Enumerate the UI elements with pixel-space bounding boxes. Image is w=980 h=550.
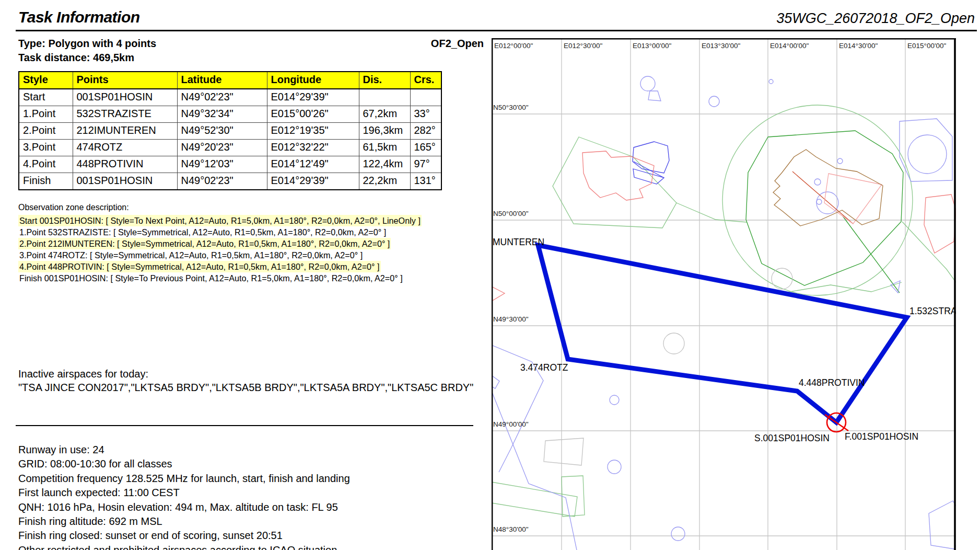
waypoint-table-header: Style Points Latitude Longitude Dis. Crs…	[19, 72, 441, 89]
document-id: 35WGC_26072018_OF2_Open	[776, 10, 975, 27]
col-points: Points	[73, 72, 177, 89]
svg-text:N48°30'00": N48°30'00"	[493, 525, 529, 533]
svg-text:E013°30'00": E013°30'00"	[702, 42, 741, 50]
header-rule	[16, 30, 977, 31]
briefing-line-runway: Runway in use: 24	[18, 443, 350, 457]
briefing-notes: Runway in use: 24 GRID: 08:00-10:30 for …	[18, 443, 350, 550]
table-row: 4.Point448PROTIVINN49°12'03"E014°12'49"1…	[19, 156, 441, 173]
svg-text:4.448PROTIVIN: 4.448PROTIVIN	[799, 377, 865, 388]
svg-text:E015°00'00": E015°00'00"	[907, 42, 947, 50]
table-row: 1.Point532STRAZISTEN49°32'34"E015°00'26"…	[19, 106, 441, 123]
observation-zone-line: 1.Point 532STRAZISTE: [ Style=Symmetrica…	[18, 226, 422, 238]
inactive-airspaces-heading: Inactive airspaces for today:	[18, 367, 491, 381]
table-row: Start001SP01HOSINN49°02'23"E014°29'39"	[19, 89, 441, 106]
briefing-line-qnh: QNH: 1016 hPa, Hosin elevation: 494 m, M…	[18, 500, 350, 514]
task-type-label: Type: Polygon with 4 points	[18, 38, 156, 49]
waypoint-table: Style Points Latitude Longitude Dis. Crs…	[18, 71, 442, 190]
briefing-line-finish-ring-closed: Finish ring closed: sunset or end of sco…	[18, 529, 350, 543]
observation-zone-heading: Observation zone description:	[18, 203, 129, 212]
observation-zone-line: Start 001SP01HOSIN: [ Style=To Next Poin…	[18, 215, 422, 226]
svg-text:N49°00'00": N49°00'00"	[493, 420, 529, 428]
briefing-line-other-airspaces: Other restricted and prohibited airspace…	[18, 543, 350, 550]
col-course: Crs.	[410, 72, 441, 89]
task-map-svg: E012°00'00"E012°30'00"E013°00'00"E013°30…	[492, 38, 956, 550]
briefing-line-frequency: Competition frequency 128.525 MHz for la…	[18, 472, 350, 486]
briefing-line-grid: GRID: 08:00-10:30 for all classes	[18, 457, 350, 471]
page-title: Task Information	[18, 8, 140, 26]
observation-zone-line: 2.Point 212IMUNTEREN: [ Style=Symmetrica…	[18, 238, 422, 249]
observation-zone-line: Finish 001SP01HOSIN: [ Style=To Previous…	[18, 272, 422, 284]
observation-zone-line: 4.Point 448PROTIVIN: [ Style=Symmetrical…	[18, 261, 422, 272]
table-row: Finish001SP01HOSINN49°02'23"E014°29'39"2…	[19, 173, 441, 190]
col-longitude: Longitude	[267, 72, 359, 89]
svg-text:E013°00'00": E013°00'00"	[633, 42, 672, 50]
svg-text:E014°00'00": E014°00'00"	[770, 42, 809, 50]
task-class-label: OF2_Open	[431, 38, 484, 50]
svg-text:F.001SP01HOSIN: F.001SP01HOSIN	[845, 431, 918, 442]
inactive-airspaces-value: "TSA JINCE CON2017","LKTSA5 BRDY","LKTSA…	[18, 381, 491, 394]
observation-zone-line: 3.Point 474ROTZ: [ Style=Symmetrical, A1…	[18, 249, 422, 261]
col-style: Style	[19, 72, 73, 89]
svg-text:S.001SP01HOSIN: S.001SP01HOSIN	[754, 433, 830, 443]
svg-text:MUNTEREN: MUNTEREN	[493, 237, 544, 247]
svg-text:N50°00'00": N50°00'00"	[493, 210, 529, 217]
task-type-line: OF2_Open Type: Polygon with 4 points	[18, 38, 487, 50]
briefing-line-finish-ring-altitude: Finish ring altitude: 692 m MSL	[18, 514, 350, 529]
table-row: 2.Point212IMUNTERENN49°52'30"E012°19'35"…	[19, 123, 441, 140]
observation-zone-list: Start 001SP01HOSIN: [ Style=To Next Poin…	[18, 215, 422, 284]
col-latitude: Latitude	[177, 72, 267, 89]
svg-text:E012°00'00": E012°00'00"	[494, 42, 533, 50]
briefing-line-first-launch: First launch expected: 11:00 CEST	[18, 486, 350, 500]
task-distance-label: Task distance: 469,5km	[18, 52, 134, 64]
table-row: 3.Point474ROTZN49°20'23"E012°32'22"61,5k…	[19, 140, 441, 156]
svg-text:E012°30'00": E012°30'00"	[564, 42, 603, 50]
svg-text:N49°30'00": N49°30'00"	[493, 315, 529, 323]
inactive-airspaces-block: Inactive airspaces for today: "TSA JINCE…	[18, 367, 491, 394]
separator-rule	[16, 425, 473, 426]
svg-text:N50°30'00": N50°30'00"	[493, 104, 529, 111]
col-distance: Dis.	[359, 72, 410, 89]
task-map: E012°00'00"E012°30'00"E013°00'00"E013°30…	[492, 38, 956, 550]
svg-text:3.474ROTZ: 3.474ROTZ	[520, 362, 568, 373]
svg-text:1.532STRA: 1.532STRA	[909, 306, 956, 316]
svg-text:E014°30'00": E014°30'00"	[839, 42, 878, 50]
